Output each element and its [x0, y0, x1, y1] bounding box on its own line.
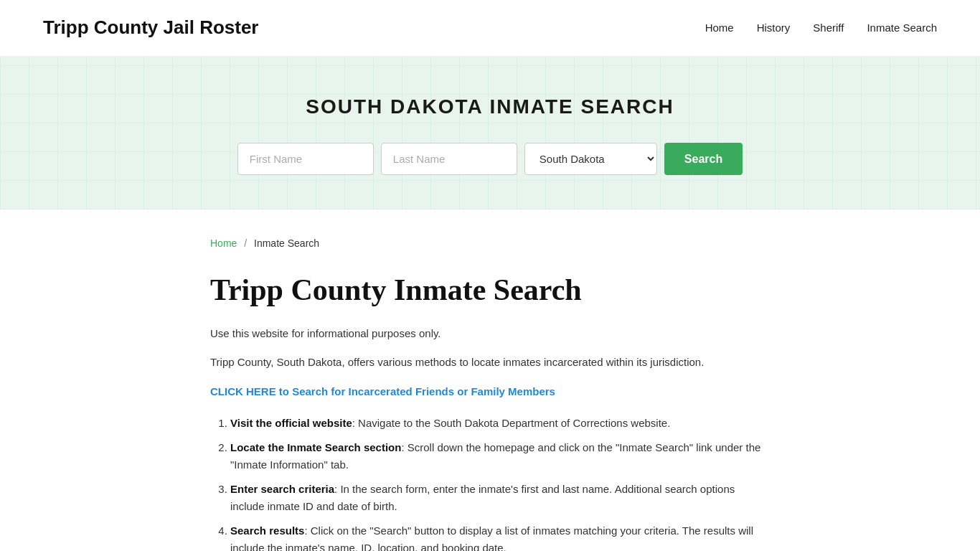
hero-title: SOUTH DAKOTA INMATE SEARCH [14, 91, 966, 123]
instruction-bold-4: Search results [230, 524, 304, 537]
breadcrumb-home[interactable]: Home [210, 237, 237, 249]
instruction-bold-1: Visit the official website [230, 417, 352, 429]
nav-item-history: History [757, 19, 791, 37]
main-content: Home / Inmate Search Tripp County Inmate… [167, 209, 813, 551]
nav-item-home: Home [705, 19, 734, 37]
instruction-item-4: Search results: Click on the "Search" bu… [230, 522, 770, 551]
intro-para-2: Tripp County, South Dakota, offers vario… [210, 354, 770, 371]
nav-item-sheriff: Sheriff [813, 19, 844, 37]
nav-item-inmate-search: Inmate Search [867, 19, 937, 37]
breadcrumb: Home / Inmate Search [210, 235, 770, 251]
instruction-item-1: Visit the official website: Navigate to … [230, 415, 770, 432]
main-nav: HomeHistorySheriffInmate Search [705, 19, 937, 37]
last-name-input[interactable] [381, 143, 517, 175]
site-title[interactable]: Tripp County Jail Roster [43, 13, 259, 43]
nav-link-home[interactable]: Home [705, 22, 734, 34]
page-title: Tripp County Inmate Search [210, 272, 770, 308]
search-button[interactable]: Search [664, 143, 743, 175]
state-select[interactable]: AlabamaAlaskaArizonaArkansasCaliforniaCo… [524, 143, 657, 175]
instruction-item-3: Enter search criteria: In the search for… [230, 481, 770, 515]
instructions-list: Visit the official website: Navigate to … [210, 415, 770, 551]
site-header: Tripp County Jail Roster HomeHistorySher… [0, 0, 980, 57]
instruction-item-2: Locate the Inmate Search section: Scroll… [230, 439, 770, 474]
hero-band: SOUTH DAKOTA INMATE SEARCH AlabamaAlaska… [0, 57, 980, 210]
instruction-bold-3: Enter search criteria [230, 483, 334, 495]
click-here-link[interactable]: CLICK HERE to Search for Incarcerated Fr… [210, 383, 555, 400]
nav-link-history[interactable]: History [757, 22, 791, 34]
search-form: AlabamaAlaskaArizonaArkansasCaliforniaCo… [14, 143, 966, 175]
breadcrumb-current: Inmate Search [254, 237, 319, 249]
nav-link-inmate-search[interactable]: Inmate Search [867, 22, 937, 34]
intro-para-1: Use this website for informational purpo… [210, 325, 770, 342]
nav-link-sheriff[interactable]: Sheriff [813, 22, 844, 34]
instruction-bold-2: Locate the Inmate Search section [230, 441, 401, 453]
nav-list: HomeHistorySheriffInmate Search [705, 19, 937, 37]
first-name-input[interactable] [237, 143, 374, 175]
breadcrumb-separator: / [244, 237, 247, 249]
